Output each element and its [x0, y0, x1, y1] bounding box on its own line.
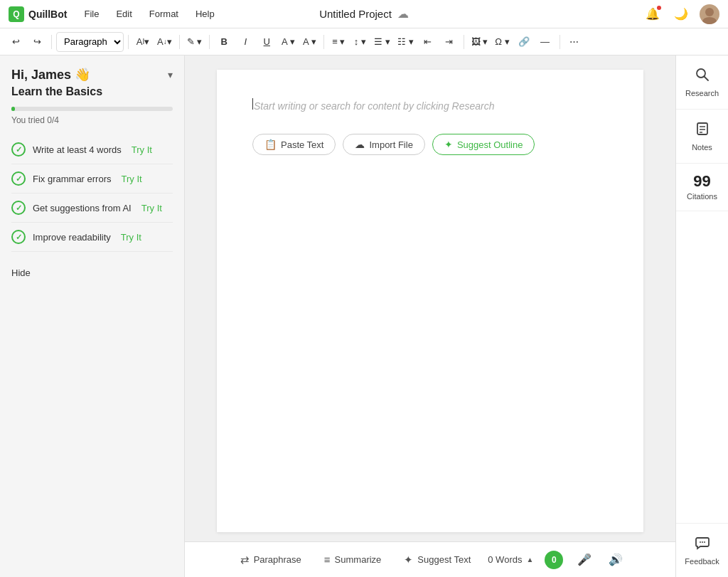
suggest-text-tool[interactable]: ✦ Suggest Text [398, 551, 476, 569]
underline-button[interactable]: U [257, 32, 277, 52]
list-bullet-button[interactable]: ☰ ▾ [371, 32, 393, 52]
header-right-icons: 🔔 🌙 [643, 4, 719, 24]
citations-count: 99 [693, 174, 710, 189]
menu-bar: File Edit Format Help [81, 7, 217, 21]
theme-toggle-button[interactable]: 🌙 [671, 4, 691, 24]
bold-button[interactable]: B [214, 32, 234, 52]
speaker-icon[interactable]: 🔊 [606, 550, 626, 569]
greeting-row: Hi, James 👋 ▾ [11, 67, 173, 83]
hide-button[interactable]: Hide [11, 263, 173, 282]
editor-page[interactable]: Start writing or search for content by c… [217, 70, 643, 532]
bottom-bar: ⇄ Paraphrase ≡ Summarize ✦ Suggest Text … [185, 541, 675, 577]
cloud-sync-icon: ☁ [397, 7, 409, 21]
notifications-button[interactable]: 🔔 [643, 4, 663, 24]
notification-dot [657, 6, 661, 10]
title-area: Untitled Project ☁ [319, 7, 409, 21]
word-count-caret[interactable]: ▲ [526, 556, 533, 563]
task-try-3[interactable]: Try It [141, 203, 162, 213]
paste-text-button[interactable]: 📋 Paste Text [252, 134, 336, 155]
toolbar-divider-2 [128, 35, 129, 49]
highlight-button[interactable]: A ▾ [299, 32, 319, 52]
task-try-2[interactable]: Try It [122, 174, 142, 184]
main-layout: Hi, James 👋 ▾ Learn the Basics You tried… [0, 55, 728, 577]
redo-button[interactable]: ↪ [27, 32, 47, 52]
editor-placeholder: Start writing or search for content by c… [254, 100, 494, 112]
paragraph-style-select[interactable]: Paragraph Heading 1 Heading 2 [56, 32, 124, 52]
task-text-1: Write at least 4 words [33, 144, 122, 155]
menu-help[interactable]: Help [193, 7, 218, 21]
microphone-icon[interactable]: 🎤 [574, 550, 594, 569]
collapse-icon[interactable]: ▾ [168, 69, 173, 80]
font-color-button[interactable]: A ▾ [278, 32, 298, 52]
editor-cursor [252, 98, 253, 110]
toolbar-divider-7 [560, 35, 560, 49]
indent-decrease-button[interactable]: ⇤ [418, 32, 438, 52]
suggest-text-label: Suggest Text [417, 554, 471, 565]
more-options-button[interactable]: ⋯ [564, 32, 584, 52]
paraphrase-tool[interactable]: ⇄ Paraphrase [235, 551, 307, 569]
menu-file[interactable]: File [81, 7, 102, 21]
paste-text-label: Paste Text [281, 139, 323, 150]
svg-point-10 [704, 541, 705, 543]
toolbar-divider-5 [323, 35, 324, 49]
logo-area: Q QuillBot [9, 6, 67, 22]
text-align-button[interactable]: ≡ ▾ [328, 32, 348, 52]
italic-button[interactable]: I [235, 32, 255, 52]
menu-edit[interactable]: Edit [113, 7, 134, 21]
research-tool[interactable]: Research [676, 55, 728, 110]
svg-point-0 [705, 8, 714, 16]
svg-point-1 [702, 17, 717, 24]
task-item-4: Improve readability Try It [11, 223, 173, 252]
summarize-icon: ≡ [324, 554, 331, 566]
svg-point-8 [700, 541, 701, 543]
import-file-button[interactable]: ☁ Import File [343, 134, 424, 155]
toolbar-divider-6 [464, 35, 464, 49]
indent-increase-button[interactable]: ⇥ [439, 32, 459, 52]
task-text-3: Get suggestions from AI [33, 203, 132, 213]
line-height-button[interactable]: ↕ ▾ [350, 32, 370, 52]
progress-bar-fill [11, 107, 15, 111]
font-size-button[interactable]: AI ▾ [133, 32, 153, 52]
top-bar: Q QuillBot File Edit Format Help Untitle… [0, 0, 728, 28]
notes-icon [695, 121, 710, 140]
task-check-1 [11, 142, 26, 157]
task-item-3: Get suggestions from AI Try It [11, 194, 173, 223]
user-avatar[interactable] [700, 4, 719, 24]
suggest-icon: ✦ [444, 139, 453, 150]
editor-container[interactable]: Start writing or search for content by c… [185, 55, 675, 541]
right-panel: Research Notes 99 Citations Feedback [675, 55, 728, 577]
svg-line-3 [704, 77, 708, 81]
spellcheck-button[interactable]: ✎ ▾ [184, 32, 205, 52]
notes-tool[interactable]: Notes [676, 110, 728, 164]
import-icon: ☁ [355, 139, 365, 150]
task-text-4: Improve readability [33, 232, 111, 243]
list-number-button[interactable]: ☷ ▾ [395, 32, 417, 52]
font-size-decrease-button[interactable]: A↓ ▾ [154, 32, 175, 52]
menu-format[interactable]: Format [146, 7, 181, 21]
project-title[interactable]: Untitled Project [319, 8, 392, 20]
paste-icon: 📋 [264, 139, 277, 150]
formatting-toolbar: ↩ ↪ Paragraph Heading 1 Heading 2 AI ▾ A… [0, 28, 728, 55]
import-file-label: Import File [369, 139, 412, 150]
horizontal-rule-button[interactable]: — [535, 32, 555, 52]
task-text-2: Fix grammar errors [33, 174, 112, 184]
paraphrase-label: Paraphrase [254, 554, 301, 565]
svg-point-9 [702, 541, 703, 543]
research-icon [695, 67, 710, 86]
insert-link-button[interactable]: 🔗 [514, 32, 534, 52]
editor-actions: 📋 Paste Text ☁ Import File ✦ Suggest Out… [252, 134, 608, 155]
undo-button[interactable]: ↩ [6, 32, 26, 52]
toolbar-divider-1 [51, 35, 52, 49]
special-chars-button[interactable]: Ω ▾ [492, 32, 512, 52]
suggest-text-icon: ✦ [404, 554, 413, 566]
summarize-tool[interactable]: ≡ Summarize [318, 551, 387, 568]
task-try-1[interactable]: Try It [132, 144, 152, 155]
progress-text: You tried 0/4 [11, 115, 173, 125]
suggest-outline-label: Suggest Outline [457, 139, 523, 150]
citations-tool[interactable]: 99 Citations [676, 164, 728, 211]
feedback-tool[interactable]: Feedback [676, 523, 728, 577]
task-try-4[interactable]: Try It [121, 232, 141, 243]
suggest-outline-button[interactable]: ✦ Suggest Outline [432, 134, 535, 155]
insert-image-button[interactable]: 🖼 ▾ [469, 32, 491, 52]
task-check-4 [11, 230, 26, 244]
